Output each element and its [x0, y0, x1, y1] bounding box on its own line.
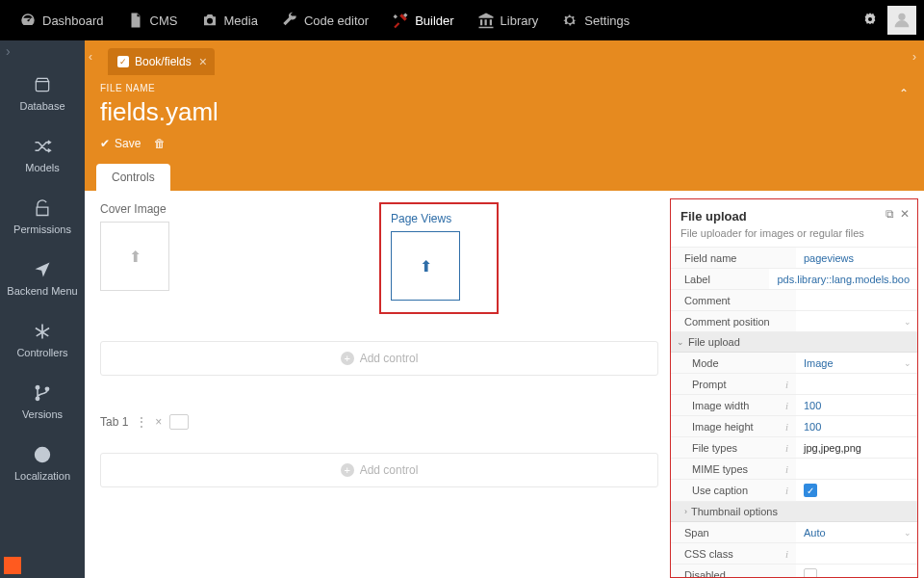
page-icon: [127, 12, 144, 29]
inspector-title: File upload: [680, 209, 908, 223]
gears-icon: [561, 12, 578, 29]
status-indicator: [4, 557, 21, 574]
tab-label[interactable]: Tab 1: [100, 415, 128, 429]
gauge-icon: [19, 12, 37, 29]
field-cover-image[interactable]: Cover Image ⬆: [100, 202, 379, 314]
checkbox-checked-icon: ✓: [804, 484, 817, 497]
preferences-icon[interactable]: [853, 12, 887, 30]
add-control-button[interactable]: + Add control: [100, 453, 658, 487]
group-file-upload[interactable]: ⌄File upload: [671, 332, 917, 353]
upload-icon: ⬆: [129, 248, 141, 266]
close-tab-icon[interactable]: ×: [199, 54, 207, 69]
nav-label: Settings: [584, 13, 629, 28]
label-input[interactable]: pds.library::lang.models.boo: [769, 269, 917, 289]
mime-types-input[interactable]: [796, 459, 917, 479]
popout-icon[interactable]: ⧉: [886, 207, 894, 221]
delete-button[interactable]: 🗑: [154, 137, 166, 150]
library-icon: [477, 12, 495, 29]
sidebar-label: Database: [19, 100, 64, 112]
tab-checkbox[interactable]: [169, 414, 189, 430]
inspector-header: File upload File uploader for images or …: [671, 199, 917, 248]
sidebar-item-database[interactable]: Database: [0, 62, 85, 123]
checkbox-unchecked-icon: [804, 568, 817, 577]
file-name-heading: fields.yaml: [100, 97, 909, 127]
file-types-input[interactable]: jpg,jpeg,png: [796, 437, 917, 458]
collapse-header-icon[interactable]: ⌃: [899, 87, 909, 100]
wrench-icon: [281, 12, 298, 29]
unlock-icon: [33, 198, 52, 218]
comment-input[interactable]: [796, 290, 917, 310]
info-icon[interactable]: i: [785, 548, 788, 560]
subtab-controls[interactable]: Controls: [96, 164, 170, 191]
sidebar-label: Permissions: [13, 223, 71, 235]
camera-icon: [201, 12, 218, 29]
nav-label: Code editor: [304, 13, 369, 28]
sidebar-item-models[interactable]: Models: [0, 123, 85, 185]
inspector-rows: Field namepageviews Labelpds.library::la…: [671, 248, 917, 577]
tab-next[interactable]: ›: [912, 50, 916, 64]
check-icon: ✔: [100, 137, 110, 150]
prompt-input[interactable]: [796, 374, 917, 394]
nav-label: Library: [500, 13, 539, 28]
sidebar-item-versions[interactable]: Versions: [0, 370, 85, 432]
svg-point-1: [36, 397, 38, 400]
mode-select[interactable]: Image⌄: [796, 353, 917, 373]
sidebar-item-permissions[interactable]: Permissions: [0, 185, 85, 247]
sidebar-label: Controllers: [16, 347, 67, 358]
sidebar-label: Models: [25, 162, 59, 173]
shuffle-icon: [33, 137, 52, 156]
nav-dashboard[interactable]: Dashboard: [8, 0, 116, 40]
image-width-input[interactable]: 100: [796, 395, 917, 415]
editor-subtabs: Controls: [85, 162, 924, 191]
css-class-input[interactable]: [796, 543, 917, 564]
info-icon[interactable]: i: [785, 442, 788, 454]
info-icon[interactable]: i: [785, 463, 788, 475]
field-name-input[interactable]: pageviews: [796, 248, 917, 268]
sidebar-item-localization[interactable]: Localization: [0, 432, 85, 493]
sidebar-expand-toggle[interactable]: ›: [0, 40, 85, 62]
field-title: Page Views: [391, 212, 487, 225]
nav-library[interactable]: Library: [466, 0, 551, 40]
nav-code-editor[interactable]: Code editor: [270, 0, 380, 40]
info-icon[interactable]: i: [785, 485, 788, 496]
location-arrow-icon: [33, 260, 52, 279]
nav-media[interactable]: Media: [190, 0, 270, 40]
disabled-checkbox[interactable]: [796, 565, 917, 577]
trash-icon: 🗑: [154, 137, 166, 150]
inspector-panel: File upload File uploader for images or …: [670, 198, 918, 578]
close-icon[interactable]: ✕: [900, 207, 910, 221]
save-button[interactable]: ✔Save: [100, 137, 141, 150]
nav-label: CMS: [150, 13, 178, 28]
sidebar-item-controllers[interactable]: Controllers: [0, 308, 85, 370]
span-select[interactable]: Auto⌄: [796, 522, 917, 542]
left-sidebar: › Database Models Permissions Backend Me…: [0, 40, 85, 578]
info-icon[interactable]: i: [785, 400, 788, 411]
info-icon[interactable]: i: [785, 379, 788, 390]
branch-icon: [33, 383, 52, 403]
chevron-right-icon: ›: [684, 507, 687, 516]
comment-position-select[interactable]: ⌄: [796, 311, 917, 331]
database-icon: [33, 75, 52, 94]
nav-cms[interactable]: CMS: [116, 0, 190, 40]
user-avatar[interactable]: [887, 6, 916, 35]
info-icon[interactable]: i: [785, 421, 788, 433]
add-control-button[interactable]: + Add control: [100, 341, 658, 376]
nav-builder[interactable]: Builder: [380, 0, 465, 40]
globe-icon: [33, 445, 52, 464]
tab-menu-icon[interactable]: ⋮: [136, 415, 147, 429]
tab-prev[interactable]: ‹: [89, 50, 92, 64]
field-page-views[interactable]: Page Views ⬆: [379, 202, 658, 314]
upload-placeholder[interactable]: ⬆: [391, 231, 460, 301]
file-tab-strip: ‹ ✓ Book/fields × ›: [85, 40, 924, 75]
upload-placeholder[interactable]: ⬆: [100, 222, 169, 291]
group-thumbnail-options[interactable]: ›Thumbnail options: [671, 502, 917, 522]
svg-point-0: [36, 386, 38, 389]
asterisk-icon: [33, 322, 52, 341]
file-tab[interactable]: ✓ Book/fields ×: [108, 48, 215, 75]
image-height-input[interactable]: 100: [796, 416, 917, 436]
nav-settings[interactable]: Settings: [550, 0, 641, 40]
sidebar-item-backend-menu[interactable]: Backend Menu: [0, 247, 85, 308]
close-tab-icon[interactable]: ×: [155, 415, 162, 429]
use-caption-checkbox[interactable]: ✓: [796, 480, 917, 501]
plus-icon: +: [341, 463, 354, 477]
